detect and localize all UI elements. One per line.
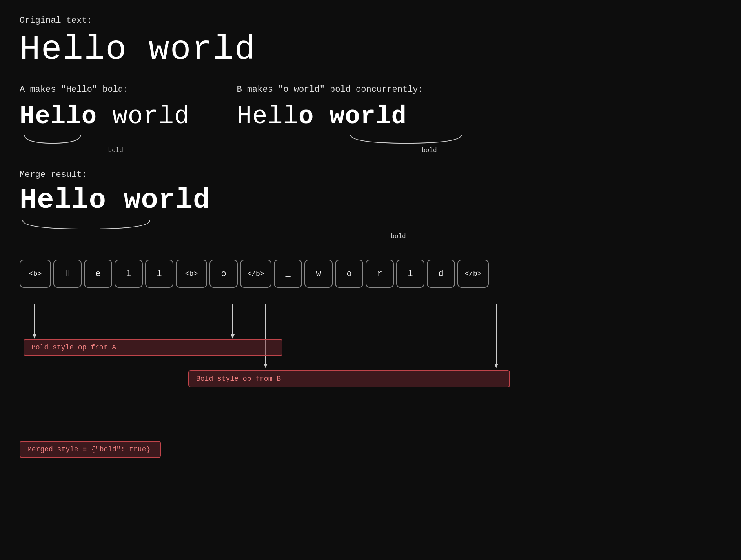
token-e: e xyxy=(84,260,112,288)
token-space: _ xyxy=(274,260,302,288)
token-close-b-2: </b> xyxy=(457,260,489,288)
token-open-b-1: <b> xyxy=(20,260,51,288)
token-w: w xyxy=(304,260,333,288)
original-text: Hello world xyxy=(20,30,721,69)
tokens-section: <b> H e l l <b> o </b> _ w o r l d </b> xyxy=(20,260,721,288)
token-H: H xyxy=(53,260,82,288)
op-a-bar: Bold style op from A xyxy=(24,339,282,356)
svg-marker-7 xyxy=(264,364,268,368)
merge-brace-label: bold xyxy=(75,233,721,240)
token-o-2: o xyxy=(335,260,363,288)
merge-text: Hello world xyxy=(20,184,721,216)
token-close-b-1: </b> xyxy=(240,260,271,288)
token-open-b-2: <b> xyxy=(176,260,207,288)
token-d: d xyxy=(427,260,455,288)
op-b-bar: Bold style op from B xyxy=(188,370,510,387)
b-brace-svg xyxy=(347,134,465,146)
arrows-section: Bold style op from A Bold style op from … xyxy=(20,304,726,437)
token-l-2: l xyxy=(145,260,173,288)
token-r: r xyxy=(366,260,394,288)
token-o: o xyxy=(209,260,238,288)
svg-marker-3 xyxy=(33,334,36,339)
merge-brace-svg xyxy=(20,220,153,232)
b-normal-prefix: Hell xyxy=(237,102,299,131)
b-demo-text: Hello world xyxy=(237,102,465,131)
merge-label: Merge result: xyxy=(20,170,721,180)
a-brace-label: bold xyxy=(42,147,189,154)
a-demo-text: Hello world xyxy=(20,102,189,131)
svg-marker-9 xyxy=(494,364,498,368)
a-normal-part: world xyxy=(97,102,189,131)
b-brace-label: bold xyxy=(393,147,465,154)
b-label: B makes "o world" bold concurrently: xyxy=(237,85,465,95)
tokens-row: <b> H e l l <b> o </b> _ w o r l d </b> xyxy=(20,260,721,288)
a-bold-part: Hello xyxy=(20,102,97,131)
token-l-3: l xyxy=(396,260,424,288)
merged-style-bar: Merged style = {"bold": true} xyxy=(20,441,161,458)
a-brace-svg xyxy=(21,134,84,146)
svg-marker-5 xyxy=(231,334,235,339)
token-l-1: l xyxy=(115,260,143,288)
b-bold-part: o world xyxy=(299,102,407,131)
a-label: A makes "Hello" bold: xyxy=(20,85,189,95)
original-label: Original text: xyxy=(20,16,721,25)
